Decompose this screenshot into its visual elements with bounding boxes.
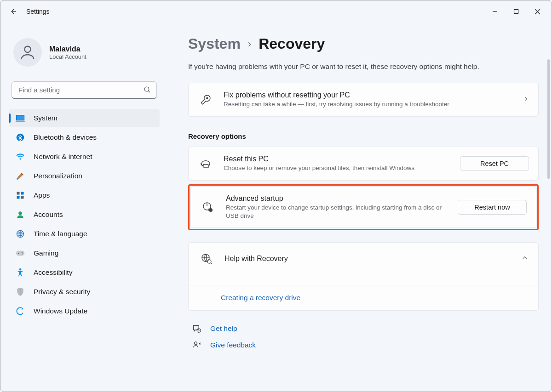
svg-rect-13 xyxy=(21,192,24,195)
svg-rect-15 xyxy=(21,196,24,199)
svg-rect-14 xyxy=(17,196,20,199)
app-title: Settings xyxy=(26,8,50,15)
feedback-icon xyxy=(192,340,202,350)
minimize-button[interactable] xyxy=(484,4,506,19)
user-name: Malavida xyxy=(49,45,86,53)
user-profile[interactable]: Malavida Local Account xyxy=(9,34,160,78)
search-box xyxy=(12,81,157,99)
power-gear-icon xyxy=(200,199,216,215)
svg-point-19 xyxy=(18,253,19,254)
settings-window: Settings Malavida Local Account xyxy=(0,0,552,392)
help-icon: ? xyxy=(192,324,202,334)
card-title: Advanced startup xyxy=(226,194,448,203)
reset-pc-card: Reset this PC Choose to keep or remove y… xyxy=(188,147,539,181)
svg-point-16 xyxy=(18,211,22,215)
sidebar-item-bluetooth[interactable]: Bluetooth & devices xyxy=(9,128,160,147)
sidebar-item-privacy[interactable]: Privacy & security xyxy=(9,283,160,301)
window-controls xyxy=(484,4,548,19)
sidebar-item-label: Bluetooth & devices xyxy=(34,133,97,142)
help-link[interactable]: Creating a recovery drive xyxy=(221,294,300,302)
svg-line-6 xyxy=(148,91,150,92)
sidebar-item-system[interactable]: System xyxy=(9,109,160,127)
card-title: Help with Recovery xyxy=(224,255,512,263)
sidebar-item-label: Windows Update xyxy=(34,307,87,315)
scrollbar-thumb[interactable] xyxy=(547,59,550,179)
user-subtitle: Local Account xyxy=(49,53,86,60)
close-button[interactable] xyxy=(527,4,548,19)
sidebar-item-update[interactable]: Windows Update xyxy=(9,302,160,320)
sidebar-item-label: Time & language xyxy=(34,230,87,238)
card-title: Fix problems without resetting your PC xyxy=(224,91,512,99)
search-icon xyxy=(143,85,151,96)
apps-icon xyxy=(15,190,25,200)
sidebar-item-network[interactable]: Network & internet xyxy=(9,148,160,166)
svg-rect-9 xyxy=(16,121,25,122)
svg-point-20 xyxy=(22,252,23,253)
svg-rect-18 xyxy=(16,251,24,256)
sidebar-item-label: Network & internet xyxy=(34,153,92,161)
sidebar-item-label: Apps xyxy=(34,191,50,199)
chevron-up-icon xyxy=(522,255,528,263)
paintbrush-icon xyxy=(15,171,25,181)
bluetooth-icon xyxy=(15,132,25,142)
get-help-link[interactable]: ? Get help xyxy=(188,324,539,334)
wrench-icon xyxy=(198,92,213,108)
svg-point-23 xyxy=(207,97,208,99)
maximize-button[interactable] xyxy=(506,4,527,19)
svg-rect-1 xyxy=(514,10,518,14)
sidebar-item-gaming[interactable]: Gaming xyxy=(9,244,160,262)
accounts-icon xyxy=(15,210,25,220)
sidebar-item-label: Personalization xyxy=(34,172,82,180)
svg-point-29 xyxy=(207,260,211,263)
svg-point-21 xyxy=(22,254,23,255)
intro-text: If you're having problems with your PC o… xyxy=(188,62,539,71)
restart-now-button[interactable]: Restart now xyxy=(458,200,527,215)
advanced-startup-card: Advanced startup Restart your device to … xyxy=(190,187,536,228)
svg-line-30 xyxy=(211,263,212,264)
card-desc: Resetting can take a while — first, try … xyxy=(224,100,512,108)
svg-rect-8 xyxy=(17,116,24,120)
svg-point-5 xyxy=(144,87,149,91)
breadcrumb-parent[interactable]: System xyxy=(188,35,241,52)
sidebar-item-label: Privacy & security xyxy=(34,288,90,296)
sidebar-item-time-language[interactable]: Time & language xyxy=(9,225,160,243)
footer-links: ? Get help Give feedback xyxy=(188,324,539,350)
content-pane: System › Recovery If you're having probl… xyxy=(166,23,552,392)
globe-search-icon xyxy=(199,251,214,267)
help-recovery-card: Help with Recovery Creating a recovery d… xyxy=(188,242,539,311)
reset-pc-button[interactable]: Reset PC xyxy=(460,156,529,171)
svg-point-22 xyxy=(19,268,22,271)
sidebar-item-accounts[interactable]: Accounts xyxy=(9,205,160,224)
card-desc: Choose to keep or remove your personal f… xyxy=(224,164,450,172)
nav-list: System Bluetooth & devices Network & int… xyxy=(9,109,160,320)
svg-point-11 xyxy=(17,178,18,180)
help-recovery-link-row[interactable]: Creating a recovery drive xyxy=(189,285,538,310)
svg-rect-24 xyxy=(204,165,208,168)
card-desc: Restart your device to change startup se… xyxy=(226,204,448,220)
chevron-right-icon: › xyxy=(248,38,251,50)
update-icon xyxy=(15,306,25,316)
globe-clock-icon xyxy=(15,229,25,239)
section-header: Recovery options xyxy=(188,132,539,140)
title-bar: Settings xyxy=(0,0,552,23)
sidebar-item-accessibility[interactable]: Accessibility xyxy=(9,263,160,282)
footer-label: Give feedback xyxy=(210,341,256,349)
highlight-annotation: Advanced startup Restart your device to … xyxy=(188,184,539,230)
give-feedback-link[interactable]: Give feedback xyxy=(188,340,539,350)
sidebar-item-label: System xyxy=(34,114,58,122)
shield-icon xyxy=(15,287,25,297)
accessibility-icon xyxy=(15,267,25,278)
back-button[interactable] xyxy=(4,2,23,21)
help-recovery-header[interactable]: Help with Recovery xyxy=(189,243,538,275)
breadcrumb: System › Recovery xyxy=(188,35,539,52)
fix-problems-card[interactable]: Fix problems without resetting your PC R… xyxy=(188,83,539,117)
svg-point-33 xyxy=(195,342,197,345)
wifi-icon xyxy=(15,152,25,162)
breadcrumb-current: Recovery xyxy=(259,35,325,52)
sidebar: Malavida Local Account System xyxy=(0,23,166,392)
sidebar-item-personalization[interactable]: Personalization xyxy=(9,167,160,185)
search-input[interactable] xyxy=(12,81,157,99)
sidebar-item-label: Accessibility xyxy=(34,268,72,277)
card-title: Reset this PC xyxy=(224,155,450,163)
sidebar-item-apps[interactable]: Apps xyxy=(9,186,160,205)
